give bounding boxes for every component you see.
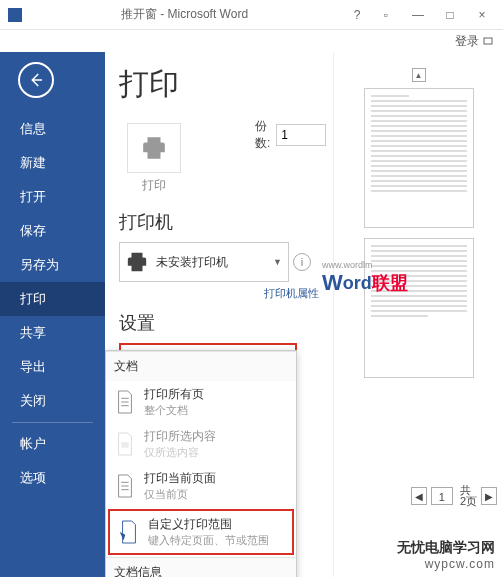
site-watermark: 无忧电脑学习网 wypcw.com (397, 539, 495, 571)
nav-share[interactable]: 共享 (0, 316, 105, 350)
print-button[interactable] (127, 123, 181, 173)
login-link[interactable]: 登录 (455, 33, 479, 50)
login-row: 登录 (0, 30, 503, 52)
dropdown-group-doc: 文档 (106, 351, 296, 381)
nav-close[interactable]: 关闭 (0, 384, 105, 418)
nav-account[interactable]: 帐户 (0, 427, 105, 461)
prev-page-button[interactable]: ◀ (411, 487, 427, 505)
option-print-custom[interactable]: 自定义打印范围 键入特定页面、节或范围 (108, 509, 294, 555)
print-heading: 打印 (119, 64, 333, 105)
login-dropdown-icon[interactable] (483, 36, 493, 46)
nav-open[interactable]: 打开 (0, 180, 105, 214)
word-app-icon (8, 8, 22, 22)
page-navigator: ◀ 1 共 2页 ▶ (411, 485, 497, 507)
back-button[interactable] (18, 62, 54, 98)
dropdown-group-docinfo: 文档信息 (106, 557, 296, 577)
restore-window-button[interactable]: ▫ (373, 5, 399, 25)
nav-print[interactable]: 打印 (0, 282, 105, 316)
printer-icon (126, 251, 148, 273)
option-print-all[interactable]: 打印所有页 整个文档 (106, 381, 296, 423)
chevron-down-icon: ▼ (273, 257, 282, 267)
page-preview-1 (364, 88, 474, 228)
option-print-selection[interactable]: 打印所选内容 仅所选内容 (106, 423, 296, 465)
printer-name: 未安装打印机 (156, 254, 265, 271)
printer-properties-link[interactable]: 打印机属性 (119, 286, 319, 301)
print-button-label: 打印 (142, 177, 166, 194)
backstage-sidebar: 信息 新建 打开 保存 另存为 打印 共享 导出 关闭 帐户 选项 (0, 52, 105, 577)
print-range-dropdown: 文档 打印所有页 整个文档 打印所选内容 仅所选内容 (105, 350, 297, 577)
option-print-current[interactable]: 打印当前页面 仅当前页 (106, 465, 296, 507)
svg-rect-0 (484, 38, 492, 44)
window-title: 推开窗 - Microsoft Word (28, 6, 341, 23)
nav-new[interactable]: 新建 (0, 146, 105, 180)
copies-input[interactable] (276, 124, 326, 146)
arrow-left-icon (27, 71, 45, 89)
scroll-up-button[interactable]: ▲ (412, 68, 426, 82)
next-page-button[interactable]: ▶ (481, 487, 497, 505)
nav-options[interactable]: 选项 (0, 461, 105, 495)
help-icon[interactable]: ? (347, 5, 367, 25)
nav-save[interactable]: 保存 (0, 214, 105, 248)
current-page-input[interactable]: 1 (431, 487, 453, 505)
maximize-button[interactable]: □ (437, 5, 463, 25)
settings-section-heading: 设置 (119, 311, 333, 335)
nav-saveas[interactable]: 另存为 (0, 248, 105, 282)
titlebar: 推开窗 - Microsoft Word ? ▫ — □ × (0, 0, 503, 30)
nav-info[interactable]: 信息 (0, 112, 105, 146)
nav-export[interactable]: 导出 (0, 350, 105, 384)
watermark-logo: www.wordlm Word 联盟 (322, 260, 408, 296)
minimize-button[interactable]: — (405, 5, 431, 25)
print-preview-pane: ▲ www.wordlm Word 联盟 ◀ 1 共 2页 (333, 52, 503, 577)
printer-selector[interactable]: 未安装打印机 ▼ (119, 242, 289, 282)
nav-separator (12, 422, 93, 423)
page-preview-2 (364, 238, 474, 378)
copies-label: 份数: (255, 118, 270, 152)
close-button[interactable]: × (469, 5, 495, 25)
printer-section-heading: 打印机 (119, 210, 333, 234)
printer-icon (141, 135, 167, 161)
print-settings-panel: 打印 份数: ▲▼ 打印 打印机 未安装打印机 ▼ i (105, 52, 333, 577)
printer-info-icon[interactable]: i (293, 253, 311, 271)
page-total: 共 2页 (460, 485, 477, 507)
